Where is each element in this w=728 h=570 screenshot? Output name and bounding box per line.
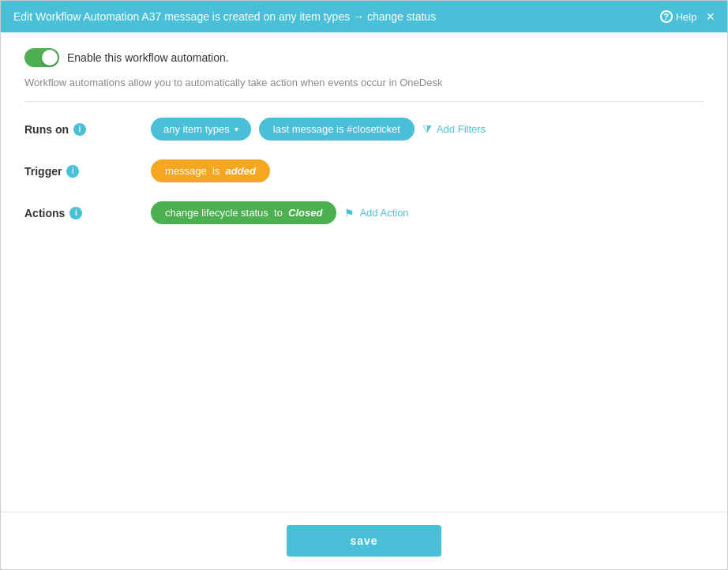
arrow-down-icon: ▾ [235, 125, 238, 133]
add-action-button[interactable]: ⚑ Add Action [344, 207, 408, 219]
trigger-row: Trigger i message is added [24, 159, 704, 182]
filter-pill-button[interactable]: last message is #closeticket [259, 118, 415, 141]
modal-title: Edit Workflow Automation A37 message is … [13, 10, 436, 23]
filter-icon: ⧩ [422, 122, 432, 136]
actions-row: Actions i change lifecycle status to Clo… [24, 201, 704, 224]
action-pill-label: change lifecycle status to Closed [165, 207, 322, 219]
close-button[interactable]: × [706, 9, 715, 24]
modal: Edit Workflow Automation A37 message is … [0, 0, 728, 570]
actions-label: Actions i [24, 207, 103, 219]
add-filters-button[interactable]: ⧩ Add Filters [422, 122, 486, 136]
description-text: Workflow automations allow you to automa… [24, 77, 704, 88]
trigger-content: message is added [151, 159, 270, 182]
add-action-label: Add Action [359, 207, 408, 219]
help-label: Help [676, 11, 697, 23]
modal-header: Edit Workflow Automation A37 message is … [1, 1, 727, 32]
save-button[interactable]: save [287, 525, 441, 557]
trigger-pill-button[interactable]: message is added [151, 159, 270, 182]
item-types-button[interactable]: any item types ▾ [151, 118, 251, 141]
runs-on-content: any item types ▾ last message is #closet… [151, 118, 486, 141]
trigger-info-icon[interactable]: i [66, 165, 79, 178]
trigger-label: Trigger i [24, 165, 103, 178]
enable-row: Enable this workflow automation. [24, 48, 704, 67]
runs-on-row: Runs on i any item types ▾ last message … [24, 118, 704, 141]
divider [24, 101, 704, 102]
runs-on-label: Runs on i [24, 123, 103, 136]
header-controls: ? Help × [660, 9, 715, 24]
runs-on-info-icon[interactable]: i [73, 123, 86, 136]
actions-content: change lifecycle status to Closed ⚑ Add … [151, 201, 409, 224]
action-pill-button[interactable]: change lifecycle status to Closed [151, 201, 336, 224]
flag-icon: ⚑ [344, 207, 355, 219]
enable-toggle[interactable] [24, 48, 59, 67]
add-filters-label: Add Filters [437, 123, 486, 135]
enable-label: Enable this workflow automation. [67, 51, 229, 64]
actions-info-icon[interactable]: i [69, 207, 82, 219]
help-button[interactable]: ? Help [660, 10, 697, 23]
trigger-pill-label: message is added [165, 165, 256, 177]
item-types-label: any item types [163, 123, 230, 135]
modal-footer: save [1, 512, 727, 569]
filter-pill-label: last message is #closeticket [273, 123, 400, 135]
help-circle-icon: ? [660, 10, 673, 23]
modal-body: Enable this workflow automation. Workflo… [1, 32, 727, 512]
